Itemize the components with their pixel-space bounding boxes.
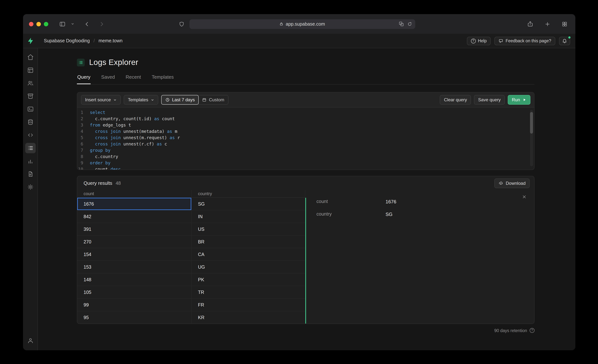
share-button[interactable] (525, 19, 535, 29)
close-detail-button[interactable] (522, 194, 527, 199)
last-7-days-button[interactable]: Last 7 days (161, 95, 199, 105)
result-cell-country[interactable]: KR (192, 311, 305, 324)
sidebar-item-settings[interactable] (25, 182, 35, 192)
chevron-down-icon (151, 98, 154, 101)
results-table: countcountry1676SG842IN391US270BR154CA15… (77, 190, 305, 324)
zoom-window-button[interactable] (44, 22, 48, 26)
tab-templates[interactable]: Templates (151, 74, 174, 84)
help-button[interactable]: Help (467, 37, 491, 45)
notifications-button[interactable] (559, 37, 570, 45)
result-cell-count[interactable]: 270 (77, 236, 192, 248)
result-cell-country[interactable]: BR (192, 236, 305, 248)
code-line: 3from edge_logs t (77, 122, 534, 128)
editor-scrollbar[interactable] (530, 110, 533, 166)
result-cell-count[interactable]: 105 (77, 286, 192, 299)
result-cell-count[interactable]: 148 (77, 274, 192, 286)
sql-editor[interactable]: 1select2 c.country, count(t.id) as count… (77, 108, 534, 170)
column-header-count[interactable]: count (77, 190, 192, 198)
minimize-window-button[interactable] (36, 22, 41, 26)
result-cell-country[interactable]: PK (192, 274, 305, 286)
result-cell-country[interactable]: UG (192, 261, 305, 274)
result-cell-count[interactable]: 99 (77, 299, 192, 311)
feedback-button[interactable]: Feedback on this page? (494, 37, 555, 45)
sidebar-item-table-editor[interactable] (25, 65, 35, 75)
result-cell-count[interactable]: 391 (77, 223, 192, 236)
sidebar-item-docs[interactable] (25, 169, 35, 179)
archive-icon (27, 93, 34, 99)
sidebar-item-account[interactable] (25, 335, 35, 346)
address-bar[interactable]: app.supabase.com (189, 19, 415, 29)
code-line: 1select (77, 109, 534, 115)
result-cell-country[interactable]: TR (192, 286, 305, 299)
sidebar-item-database[interactable] (25, 117, 35, 127)
reload-button[interactable] (407, 19, 412, 29)
results-body: countcountry1676SG842IN391US270BR154CA15… (77, 190, 534, 324)
sidebar-item-logs[interactable] (25, 143, 35, 153)
column-header-country[interactable]: country (192, 190, 305, 198)
detail-label: country (316, 211, 386, 217)
code-line: 8 c.country (77, 153, 534, 160)
new-tab-button[interactable] (543, 19, 552, 29)
result-cell-country[interactable]: US (192, 223, 305, 236)
clock-icon (165, 97, 170, 102)
sidebar-toggle-button[interactable] (57, 19, 68, 29)
scrollbar-thumb[interactable] (530, 112, 533, 134)
feedback-label: Feedback on this page? (506, 39, 551, 43)
code-line: 6 cross join unnest(r.cf) as c (77, 141, 534, 147)
save-query-button[interactable]: Save query (474, 95, 505, 105)
line-number: 4 (77, 129, 90, 134)
tab-group-chevron-button[interactable] (69, 19, 76, 29)
tab-recent[interactable]: Recent (125, 74, 141, 84)
sidebar-item-reports[interactable] (25, 156, 35, 166)
result-cell-count[interactable]: 842 (77, 210, 192, 223)
custom-range-button[interactable]: Custom (199, 95, 228, 104)
close-window-button[interactable] (29, 22, 33, 26)
result-cell-country[interactable]: SG (192, 198, 305, 210)
database-icon (27, 119, 34, 125)
sidebar-item-api[interactable] (25, 130, 35, 140)
sidebar-item-home[interactable] (25, 52, 35, 62)
back-button[interactable] (82, 19, 92, 29)
result-cell-country[interactable]: CA (192, 248, 305, 261)
forward-button[interactable] (97, 19, 107, 29)
detail-value: SG (386, 211, 393, 217)
result-cell-count[interactable]: 153 (77, 261, 192, 274)
supabase-logo[interactable] (23, 38, 38, 44)
result-cell-country[interactable]: IN (192, 210, 305, 223)
chat-bubble-icon (498, 38, 503, 43)
page-title: Logs Explorer (89, 58, 138, 67)
result-cell-country[interactable]: FR (192, 299, 305, 311)
chevron-down-icon (114, 98, 117, 101)
table-icon (27, 67, 34, 73)
run-button[interactable]: Run (508, 95, 530, 105)
sidebar-item-auth[interactable] (25, 78, 35, 88)
tab-overview-button[interactable] (560, 19, 569, 29)
breadcrumb-project[interactable]: meme.town (99, 38, 122, 43)
breadcrumb-org[interactable]: Supabase Dogfooding (44, 38, 90, 43)
window-controls (29, 22, 48, 26)
download-button[interactable]: Download (494, 178, 530, 188)
clear-query-button[interactable]: Clear query (440, 95, 471, 105)
detail-value: 1676 (386, 199, 396, 204)
tab-query[interactable]: Query (77, 74, 91, 84)
tab-saved[interactable]: Saved (101, 74, 115, 84)
tab-overview-icon (562, 21, 568, 27)
translate-button[interactable] (398, 19, 404, 29)
sidebar-item-sql-editor[interactable] (25, 104, 35, 114)
question-circle-icon[interactable] (530, 328, 534, 333)
result-cell-count[interactable]: 95 (77, 311, 192, 324)
sidebar-item-storage[interactable] (25, 91, 35, 101)
gear-icon (27, 184, 34, 190)
code-line: 7group by (77, 147, 534, 153)
result-cell-count[interactable]: 154 (77, 248, 192, 261)
insert-source-button[interactable]: Insert source (81, 95, 121, 105)
save-query-label: Save query (478, 97, 501, 102)
browser-window: app.supabase.com (23, 14, 575, 350)
home-icon (27, 54, 34, 60)
code-line: 10 count desc (77, 166, 534, 170)
results-header: Query results 48 Download (77, 176, 534, 190)
main-content: Logs Explorer QuerySavedRecentTemplates … (38, 48, 575, 350)
templates-button[interactable]: Templates (124, 95, 158, 105)
result-cell-count[interactable]: 1676 (77, 198, 192, 210)
privacy-shield-button[interactable] (177, 19, 186, 29)
